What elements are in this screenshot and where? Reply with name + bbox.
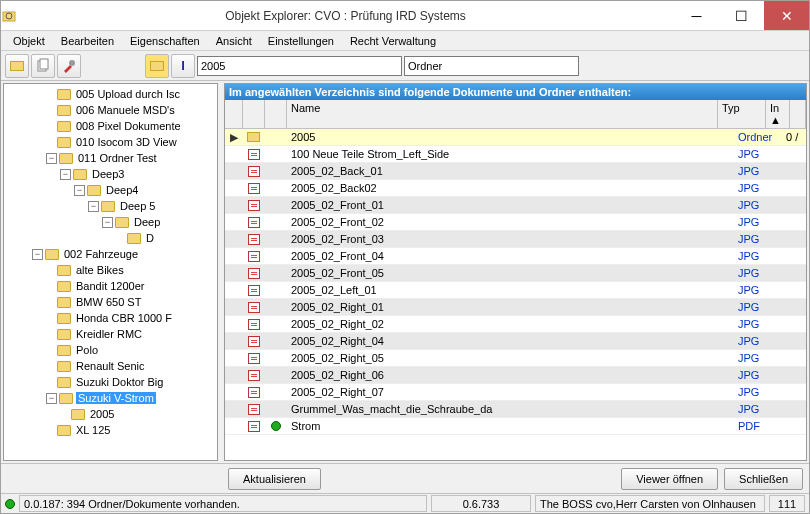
refresh-button[interactable]: Aktualisieren — [228, 468, 321, 490]
toolbar: I — [1, 51, 809, 81]
folder-icon — [247, 132, 260, 142]
tree-item[interactable]: −Deep3 — [4, 166, 217, 182]
tree-item[interactable]: 006 Manuele MSD's — [4, 102, 217, 118]
type-input[interactable] — [404, 56, 579, 76]
expander-icon[interactable]: − — [74, 185, 85, 196]
table-row[interactable]: 2005_02_Front_04JPG — [225, 248, 806, 265]
cell-name: 100 Neue Teile Strom_Left_Side — [287, 148, 734, 160]
table-row[interactable]: 2005_02_Back_01JPG — [225, 163, 806, 180]
expander-icon[interactable]: − — [32, 249, 43, 260]
table-row[interactable]: 2005_02_Right_02JPG — [225, 316, 806, 333]
cell-name: 2005_02_Front_04 — [287, 250, 734, 262]
expander-icon[interactable]: − — [88, 201, 99, 212]
tb-open-icon[interactable] — [5, 54, 29, 78]
tree-item[interactable]: XL 125 — [4, 422, 217, 438]
tree-item[interactable]: Polo — [4, 342, 217, 358]
col-in[interactable]: In ▲ — [766, 100, 790, 128]
cell-name: 2005 — [287, 131, 734, 143]
table-row[interactable]: 2005_02_Front_02JPG — [225, 214, 806, 231]
close-dialog-button[interactable]: Schließen — [724, 468, 803, 490]
tree-label: Suzuki Doktor Big — [74, 376, 165, 388]
tree-item[interactable]: −Deep — [4, 214, 217, 230]
tree-item[interactable]: 008 Pixel Dokumente — [4, 118, 217, 134]
table-row[interactable]: 2005_02_Right_04JPG — [225, 333, 806, 350]
file-icon — [248, 336, 260, 347]
table-row[interactable]: 2005_02_Right_01JPG — [225, 299, 806, 316]
close-button[interactable]: ✕ — [764, 1, 809, 30]
status-user: The BOSS cvo,Herr Carsten von Olnhausen — [535, 495, 765, 512]
col-rowhead[interactable] — [225, 100, 243, 128]
tree-item[interactable]: Bandit 1200er — [4, 278, 217, 294]
file-icon — [248, 217, 260, 228]
tree-item[interactable]: Kreidler RMC — [4, 326, 217, 342]
content-area: 005 Upload durch Isc006 Manuele MSD's008… — [1, 81, 809, 463]
tree-item[interactable]: 2005 — [4, 406, 217, 422]
tb-text-icon[interactable]: I — [171, 54, 195, 78]
expander-icon[interactable]: − — [102, 217, 113, 228]
col-icon1[interactable] — [243, 100, 265, 128]
file-icon — [248, 387, 260, 398]
cell-typ: JPG — [734, 148, 782, 160]
minimize-button[interactable]: ─ — [674, 1, 719, 30]
tree-item[interactable]: Renault Senic — [4, 358, 217, 374]
col-icon2[interactable] — [265, 100, 287, 128]
cell-name: 2005_02_Right_02 — [287, 318, 734, 330]
cell-typ: JPG — [734, 216, 782, 228]
tree-item[interactable]: −Deep4 — [4, 182, 217, 198]
table-row[interactable]: 2005_02_Right_05JPG — [225, 350, 806, 367]
tree-item[interactable]: Suzuki Doktor Big — [4, 374, 217, 390]
tree-item[interactable]: 005 Upload durch Isc — [4, 86, 217, 102]
tree-label: 002 Fahrzeuge — [62, 248, 140, 260]
cell-typ: JPG — [734, 318, 782, 330]
tree-item[interactable]: 010 Isocom 3D View — [4, 134, 217, 150]
menu-eigenschaften[interactable]: Eigenschaften — [122, 33, 208, 49]
col-name[interactable]: Name — [287, 100, 718, 128]
folder-icon — [57, 265, 71, 276]
file-icon — [248, 353, 260, 364]
col-typ[interactable]: Typ — [718, 100, 766, 128]
cell-typ: JPG — [734, 250, 782, 262]
tree-item[interactable]: −011 Ordner Test — [4, 150, 217, 166]
expander-icon[interactable]: − — [46, 393, 57, 404]
maximize-button[interactable]: ☐ — [719, 1, 764, 30]
grid-body[interactable]: ▶2005Ordner0 /100 Neue Teile Strom_Left_… — [225, 129, 806, 460]
table-row[interactable]: 2005_02_Right_06JPG — [225, 367, 806, 384]
tree-item[interactable]: D — [4, 230, 217, 246]
cell-typ: PDF — [734, 420, 782, 432]
tree-item[interactable]: alte Bikes — [4, 262, 217, 278]
file-icon — [248, 166, 260, 177]
table-row[interactable]: 2005_02_Front_01JPG — [225, 197, 806, 214]
menu-einstellungen[interactable]: Einstellungen — [260, 33, 342, 49]
table-row[interactable]: StromPDF — [225, 418, 806, 435]
cell-name: 2005_02_Front_01 — [287, 199, 734, 211]
table-row[interactable]: 2005_02_Front_03JPG — [225, 231, 806, 248]
tb-copy-icon[interactable] — [31, 54, 55, 78]
menu-ansicht[interactable]: Ansicht — [208, 33, 260, 49]
tree-item[interactable]: BMW 650 ST — [4, 294, 217, 310]
path-input[interactable] — [197, 56, 402, 76]
table-row[interactable]: 2005_02_Right_07JPG — [225, 384, 806, 401]
tree-item[interactable]: Honda CBR 1000 F — [4, 310, 217, 326]
file-icon — [248, 183, 260, 194]
menu-bearbeiten[interactable]: Bearbeiten — [53, 33, 122, 49]
svg-point-4 — [69, 60, 75, 66]
table-row[interactable]: 2005_02_Front_05JPG — [225, 265, 806, 282]
viewer-button[interactable]: Viewer öffnen — [621, 468, 718, 490]
expander-icon[interactable]: − — [46, 153, 57, 164]
table-row[interactable]: 2005_02_Left_01JPG — [225, 282, 806, 299]
tree-item[interactable]: −Deep 5 — [4, 198, 217, 214]
tree-item[interactable]: −Suzuki V-Strom — [4, 390, 217, 406]
table-row[interactable]: ▶2005Ordner0 / — [225, 129, 806, 146]
table-row[interactable]: 100 Neue Teile Strom_Left_SideJPG — [225, 146, 806, 163]
tb-folder2-icon[interactable] — [145, 54, 169, 78]
expander-icon[interactable]: − — [60, 169, 71, 180]
table-row[interactable]: Grummel_Was_macht_die_Schraube_daJPG — [225, 401, 806, 418]
menu-recht[interactable]: Recht Verwaltung — [342, 33, 444, 49]
menu-objekt[interactable]: Objekt — [5, 33, 53, 49]
tree-pane[interactable]: 005 Upload durch Isc006 Manuele MSD's008… — [3, 83, 218, 461]
tree-item[interactable]: −002 Fahrzeuge — [4, 246, 217, 262]
tree-label: Polo — [74, 344, 100, 356]
cell-name: Strom — [287, 420, 734, 432]
table-row[interactable]: 2005_02_Back02JPG — [225, 180, 806, 197]
tb-tools-icon[interactable] — [57, 54, 81, 78]
